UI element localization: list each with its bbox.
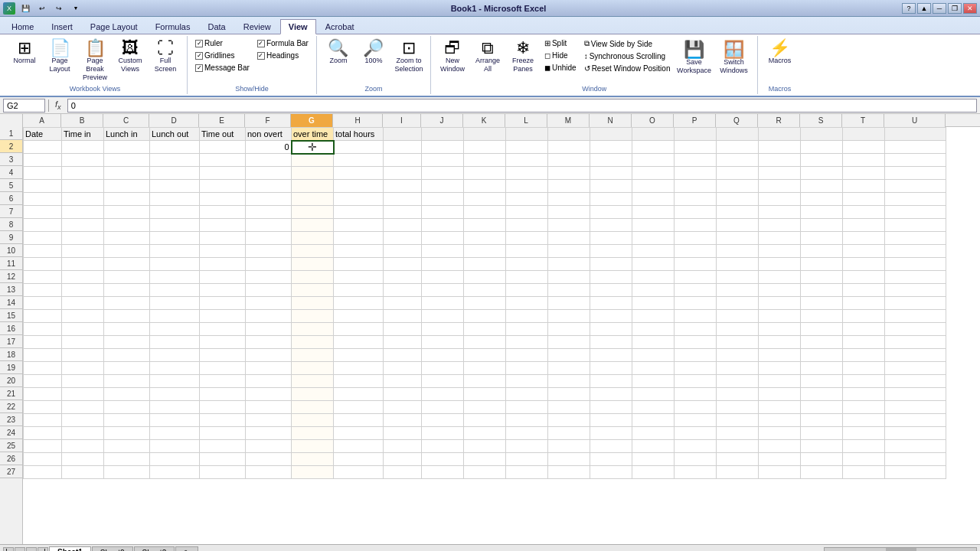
cell-b11[interactable] xyxy=(62,258,104,271)
cell-r18[interactable] xyxy=(759,349,801,362)
cell-f9[interactable] xyxy=(246,232,292,245)
cell-t2[interactable] xyxy=(843,141,885,154)
cell-h11[interactable] xyxy=(334,258,384,271)
cell-t23[interactable] xyxy=(843,414,885,427)
cell-m11[interactable] xyxy=(548,258,590,271)
cell-p17[interactable] xyxy=(675,336,717,349)
tab-insert[interactable]: Insert xyxy=(43,19,81,34)
cell-f15[interactable] xyxy=(246,310,292,323)
cell-a24[interactable] xyxy=(24,427,62,440)
cell-d13[interactable] xyxy=(150,284,200,297)
cell-l20[interactable] xyxy=(506,375,548,388)
cell-s7[interactable] xyxy=(801,206,843,219)
cell-f17[interactable] xyxy=(246,336,292,349)
cell-o20[interactable] xyxy=(632,375,675,388)
cell-r23[interactable] xyxy=(759,414,801,427)
cell-u19[interactable] xyxy=(885,362,946,375)
cell-b16[interactable] xyxy=(62,323,104,336)
cell-i1[interactable] xyxy=(384,128,422,141)
cell-m10[interactable] xyxy=(548,245,590,258)
cell-h24[interactable] xyxy=(334,427,384,440)
cell-o3[interactable] xyxy=(632,154,675,167)
split-button[interactable]: ⊞ Split xyxy=(541,37,580,49)
cell-q25[interactable] xyxy=(717,440,759,453)
cell-m22[interactable] xyxy=(548,401,590,414)
row-num-20[interactable]: 20 xyxy=(0,374,22,387)
cell-g23[interactable] xyxy=(292,414,334,427)
cell-j9[interactable] xyxy=(422,232,464,245)
cell-t12[interactable] xyxy=(843,271,885,284)
cell-o2[interactable] xyxy=(632,141,675,154)
cell-o27[interactable] xyxy=(632,466,675,479)
cell-k23[interactable] xyxy=(464,414,506,427)
cell-p21[interactable] xyxy=(675,388,717,401)
cell-t25[interactable] xyxy=(843,440,885,453)
cell-h12[interactable] xyxy=(334,271,384,284)
cell-c14[interactable] xyxy=(104,297,150,310)
cell-n26[interactable] xyxy=(590,453,632,466)
cell-o25[interactable] xyxy=(632,440,675,453)
cell-t20[interactable] xyxy=(843,375,885,388)
cell-h25[interactable] xyxy=(334,440,384,453)
cell-h22[interactable] xyxy=(334,401,384,414)
cell-k26[interactable] xyxy=(464,453,506,466)
cell-b12[interactable] xyxy=(62,271,104,284)
cell-m13[interactable] xyxy=(548,284,590,297)
cell-f2[interactable]: 0 xyxy=(246,141,292,154)
cell-p4[interactable] xyxy=(675,167,717,180)
cell-r6[interactable] xyxy=(759,193,801,206)
cell-c15[interactable] xyxy=(104,310,150,323)
row-num-5[interactable]: 5 xyxy=(0,179,22,192)
cell-d27[interactable] xyxy=(150,466,200,479)
cell-b22[interactable] xyxy=(62,401,104,414)
cell-q19[interactable] xyxy=(717,362,759,375)
cell-n2[interactable] xyxy=(590,141,632,154)
cell-k20[interactable] xyxy=(464,375,506,388)
cell-k4[interactable] xyxy=(464,167,506,180)
cell-j13[interactable] xyxy=(422,284,464,297)
row-num-14[interactable]: 14 xyxy=(0,296,22,309)
cell-b8[interactable] xyxy=(62,219,104,232)
message-bar-checkbox[interactable]: Message Bar xyxy=(192,62,253,73)
cell-c10[interactable] xyxy=(104,245,150,258)
cell-u26[interactable] xyxy=(885,453,946,466)
cell-l26[interactable] xyxy=(506,453,548,466)
cell-o4[interactable] xyxy=(632,167,675,180)
row-num-3[interactable]: 3 xyxy=(0,153,22,166)
cell-e15[interactable] xyxy=(200,310,246,323)
cell-e1[interactable]: Time out xyxy=(200,128,246,141)
cell-c27[interactable] xyxy=(104,466,150,479)
col-header-o[interactable]: O xyxy=(632,114,674,127)
cell-o11[interactable] xyxy=(632,258,675,271)
cell-c12[interactable] xyxy=(104,271,150,284)
cell-h19[interactable] xyxy=(334,362,384,375)
cell-k13[interactable] xyxy=(464,284,506,297)
formula-input[interactable] xyxy=(67,99,977,112)
cell-k5[interactable] xyxy=(464,180,506,193)
cell-q20[interactable] xyxy=(717,375,759,388)
cell-f12[interactable] xyxy=(246,271,292,284)
cell-r11[interactable] xyxy=(759,258,801,271)
cell-a4[interactable] xyxy=(24,167,62,180)
normal-view-button[interactable]: ⊞ Normal xyxy=(8,37,41,67)
cell-q11[interactable] xyxy=(717,258,759,271)
cell-e20[interactable] xyxy=(200,375,246,388)
cell-k18[interactable] xyxy=(464,349,506,362)
cell-h10[interactable] xyxy=(334,245,384,258)
cell-d10[interactable] xyxy=(150,245,200,258)
cell-p9[interactable] xyxy=(675,232,717,245)
cell-f26[interactable] xyxy=(246,453,292,466)
cell-c25[interactable] xyxy=(104,440,150,453)
cell-i7[interactable] xyxy=(384,206,422,219)
cell-i19[interactable] xyxy=(384,362,422,375)
fx-button[interactable]: fx xyxy=(52,99,64,111)
cell-o23[interactable] xyxy=(632,414,675,427)
row-num-23[interactable]: 23 xyxy=(0,413,22,426)
cell-r13[interactable] xyxy=(759,284,801,297)
cell-g7[interactable] xyxy=(292,206,334,219)
cell-d6[interactable] xyxy=(150,193,200,206)
cell-s26[interactable] xyxy=(801,453,843,466)
cell-r1[interactable] xyxy=(759,128,801,141)
cell-h20[interactable] xyxy=(334,375,384,388)
col-header-c[interactable]: C xyxy=(103,114,149,127)
